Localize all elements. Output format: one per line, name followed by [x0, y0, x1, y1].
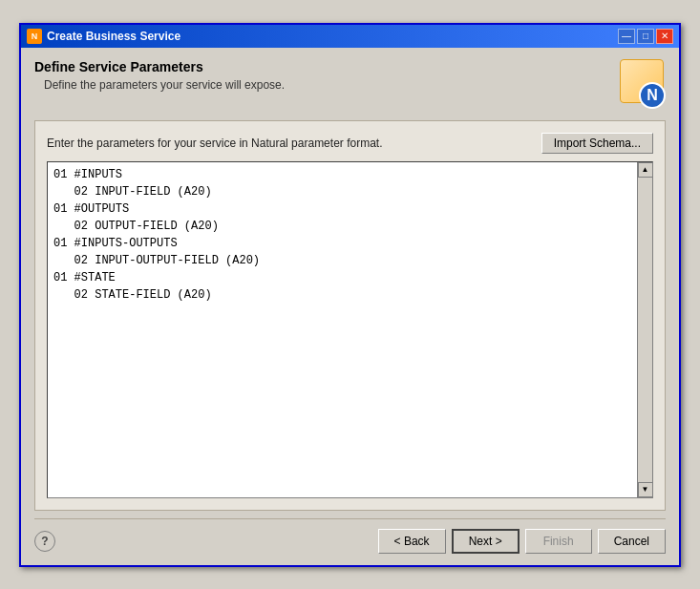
import-schema-button[interactable]: Import Schema... [541, 133, 653, 154]
header-section: Define Service Parameters Define the par… [34, 59, 666, 109]
footer: ? < Back Next > Finish Cancel [34, 519, 666, 554]
page-subtitle: Define the parameters your service will … [44, 78, 285, 92]
scroll-down-button[interactable]: ▼ [638, 482, 653, 497]
close-button[interactable]: ✕ [656, 29, 673, 44]
window-content: Define Service Parameters Define the par… [21, 48, 679, 565]
maximize-button[interactable]: □ [637, 29, 654, 44]
titlebar: N Create Business Service — □ ✕ [21, 25, 679, 48]
header-text: Define Service Parameters Define the par… [34, 59, 285, 92]
parameter-text-content[interactable]: 01 #INPUTS 02 INPUT-FIELD (A20) 01 #OUTP… [48, 162, 637, 497]
main-window: N Create Business Service — □ ✕ Define S… [19, 23, 681, 567]
scrollbar: ▲ ▼ [637, 162, 652, 497]
window-controls: — □ ✕ [618, 29, 673, 44]
window-title: Create Business Service [47, 30, 180, 43]
help-button[interactable]: ? [34, 531, 55, 552]
titlebar-left: N Create Business Service [27, 29, 180, 44]
finish-button[interactable]: Finish [525, 529, 592, 554]
header-icon-n: N [639, 82, 666, 109]
footer-buttons: < Back Next > Finish Cancel [378, 529, 666, 554]
cancel-button[interactable]: Cancel [598, 529, 666, 554]
window-icon: N [27, 29, 42, 44]
header-icon: N [616, 59, 666, 109]
minimize-button[interactable]: — [618, 29, 635, 44]
panel-instruction: Enter the parameters for your service in… [47, 137, 382, 150]
parameter-text-area[interactable]: 01 #INPUTS 02 INPUT-FIELD (A20) 01 #OUTP… [47, 161, 653, 498]
back-button[interactable]: < Back [378, 529, 446, 554]
next-button[interactable]: Next > [452, 529, 520, 554]
panel-header-row: Enter the parameters for your service in… [47, 133, 653, 154]
scrollbar-track [638, 178, 652, 482]
main-panel: Enter the parameters for your service in… [34, 120, 666, 511]
scroll-up-button[interactable]: ▲ [638, 162, 653, 178]
page-title: Define Service Parameters [34, 59, 285, 74]
